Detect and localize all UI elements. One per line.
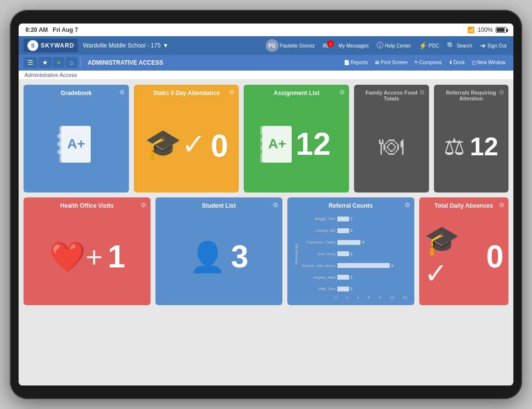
bar-value: 2 [351, 217, 353, 221]
wifi-icon: 📶 [467, 26, 475, 33]
assignment-notebook-icon: A+ [262, 126, 292, 163]
student-list-gear-icon[interactable]: ⚙ [273, 201, 279, 209]
assignment-gear-icon[interactable]: ⚙ [339, 89, 345, 96]
messages-button[interactable]: ✉ 1 My Messages [321, 41, 371, 50]
dock-button[interactable]: ⬇ Dock [446, 58, 468, 67]
bar [337, 217, 349, 221]
referrals-attention-gear-icon[interactable]: ⚙ [499, 89, 505, 96]
total-absences-card[interactable]: ⚙ Total Daily Absences 🎓✓ 0 [419, 197, 508, 305]
bar-label: Dull, Greg [299, 252, 335, 256]
bar-wrap: 2 [337, 275, 407, 280]
x-tick: 8 [379, 295, 380, 300]
family-access-card[interactable]: ⚙ Family Access Food Totals 🍽 [354, 85, 429, 192]
help-icon: ⓘ [377, 41, 383, 50]
hamburger-button[interactable]: ☰ [24, 57, 37, 68]
bar-row: Stryker, Matt2 [299, 275, 407, 280]
help-center-button[interactable]: ⓘ Help Center [375, 40, 413, 51]
compress-button[interactable]: ⥱ Compress [411, 58, 445, 67]
attendance-card[interactable]: ⚙ Static 3 Day Attendance 🎓✓ 0 [134, 85, 239, 192]
x-tick: 0 [335, 295, 337, 300]
reports-button[interactable]: 📄 Reports [341, 58, 371, 67]
chart-area: Referred By Briggs, Dan2Carney, Bill2Coo… [294, 214, 407, 294]
reports-icon: 📄 [344, 60, 350, 65]
circle-button[interactable]: ● [53, 57, 65, 68]
referral-counts-card[interactable]: ⚙ Referral Counts Referred By Briggs, Da… [287, 197, 414, 305]
assignment-icon-wrap: A+ 12 [262, 126, 330, 163]
total-absences-body: 🎓✓ 0 [424, 213, 504, 300]
bar-row: Gomez, Will James9 [299, 263, 407, 268]
bar-row: Cookman, Cathy4 [299, 240, 407, 245]
signout-button[interactable]: ➔ Sign Out [478, 41, 508, 50]
referrals-attention-card[interactable]: ⚙ Referrals Requiring Attention ⚖ 12 [434, 85, 508, 192]
student-list-title: Student List [160, 202, 278, 209]
student-list-card[interactable]: ⚙ Student List 👤 3 [155, 197, 282, 305]
bar-value: 4 [362, 240, 364, 244]
x-axis: 024681012 [335, 295, 407, 300]
bar-row: Carney, Bill2 [299, 228, 407, 233]
signout-icon: ➔ [480, 42, 486, 49]
search-label: Search [456, 43, 472, 48]
referral-chart: Referred By Briggs, Dan2Carney, Bill2Coo… [292, 214, 409, 300]
skyward-logo: S SKYWARD [24, 39, 78, 52]
dock-icon: ⬇ [449, 60, 453, 65]
star-button[interactable]: ★ [38, 57, 52, 68]
bar-label: Stryker, Matt [299, 275, 335, 280]
notebook-icon: A+ [61, 126, 91, 163]
row-1: ⚙ Gradebook A+ [24, 85, 508, 192]
bar [337, 251, 349, 256]
pdc-button[interactable]: ⚡ PDC [417, 41, 441, 50]
health-gear-icon[interactable]: ⚙ [141, 201, 147, 209]
bar-wrap: 2 [337, 287, 407, 291]
tablet-frame: 8:20 AM Fri Aug 7 📶 100% S SKYWARD Wardv… [10, 10, 522, 399]
bar-label: Carney, Bill [299, 228, 335, 233]
print-button[interactable]: 🖶 Print Screen [372, 58, 410, 67]
referrals-attention-body: ⚖ 12 [439, 105, 504, 188]
bar-value: 2 [351, 287, 353, 291]
bar-wrap: 9 [337, 263, 407, 268]
x-tick: 12 [403, 295, 407, 300]
battery-icon [496, 27, 507, 33]
bar-wrap: 2 [337, 228, 407, 233]
assignment-card[interactable]: ⚙ Assignment List A+ [244, 85, 349, 192]
search-button[interactable]: 🔍 Search [445, 41, 474, 50]
bar [337, 228, 349, 233]
student-list-value: 3 [231, 241, 249, 272]
home-button[interactable]: ⌂ [66, 57, 77, 68]
status-bar: 8:20 AM Fri Aug 7 📶 100% [19, 24, 513, 36]
bar [337, 287, 349, 291]
referrals-attention-value: 12 [470, 134, 498, 159]
bar-label: Gomez, Will James [299, 264, 335, 268]
total-absences-gear-icon[interactable]: ⚙ [499, 201, 505, 209]
school-name[interactable]: Wardville Middle School - 175 ▼ [83, 42, 258, 49]
gradebook-gear-icon[interactable]: ⚙ [119, 89, 125, 96]
gradebook-card[interactable]: ⚙ Gradebook A+ [24, 85, 129, 192]
referral-counts-gear-icon[interactable]: ⚙ [405, 201, 410, 209]
pdc-label: PDC [429, 43, 439, 48]
bar [337, 240, 361, 245]
absence-grad-icon: 🎓✓ [424, 223, 481, 290]
nav-access-label: ADMINISTRATIVE ACCESS [88, 59, 163, 66]
attendance-gear-icon[interactable]: ⚙ [229, 89, 235, 96]
absence-icon-wrap: 🎓✓ 0 [424, 223, 504, 290]
dashboard: ⚙ Gradebook A+ [19, 80, 513, 385]
referral-counts-title: Referral Counts [292, 202, 409, 209]
attendance-body: 🎓✓ 0 [139, 100, 234, 188]
dropdown-icon: ▼ [163, 42, 169, 49]
status-date: Fri Aug 7 [53, 26, 78, 33]
new-window-button[interactable]: ◫ New Window [469, 58, 508, 67]
x-tick: 2 [346, 295, 348, 300]
bar [337, 275, 349, 280]
status-time-date: 8:20 AM Fri Aug 7 [25, 26, 78, 33]
family-access-gear-icon[interactable]: ⚙ [419, 89, 425, 96]
health-card[interactable]: ⚙ Health Office Visits ❤️+ 1 [24, 197, 151, 305]
user-profile[interactable]: PG Paulette Gomez [264, 38, 317, 53]
bar-wrap: 2 [337, 217, 407, 221]
logo-icon: S [27, 40, 38, 51]
messages-label: My Messages [338, 43, 369, 48]
bar-wrap: 2 [337, 251, 407, 256]
gradebook-body: A+ [28, 100, 124, 188]
logo-text: SKYWARD [41, 42, 74, 49]
user-name: Paulette Gomez [280, 43, 315, 48]
bar-chart: Briggs, Dan2Carney, Bill2Cookman, Cathy4… [299, 214, 407, 294]
y-axis-label: Referred By [294, 214, 299, 294]
